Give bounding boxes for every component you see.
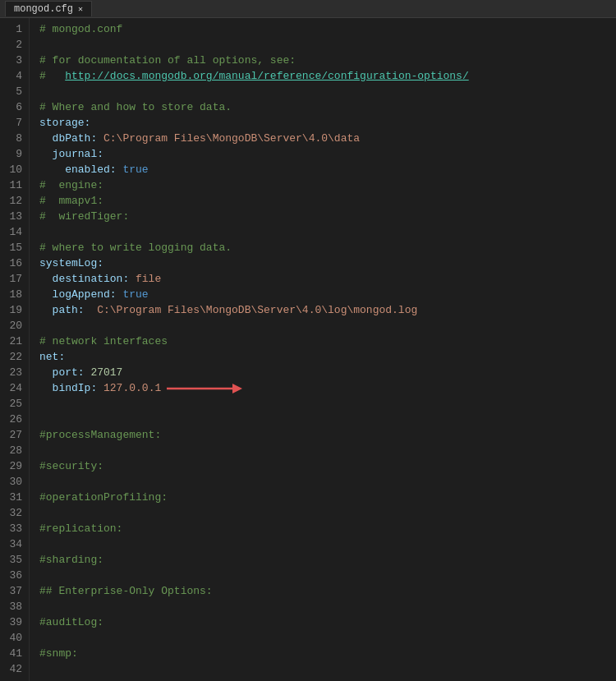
- title-bar: mongod.cfg ✕: [0, 0, 616, 18]
- line-number: 22: [3, 349, 22, 365]
- code-line: [39, 599, 616, 614]
- key-text: storage:: [39, 115, 90, 131]
- line-number: 5: [3, 84, 22, 99]
- line-number: 30: [3, 474, 22, 490]
- line-number: 21: [3, 334, 22, 349]
- line-number: 26: [3, 412, 22, 427]
- key-text: destination:: [39, 271, 129, 287]
- value-bool-text: true: [117, 162, 149, 177]
- code-line: #snmp:: [39, 646, 616, 661]
- key-text: journal:: [39, 146, 103, 162]
- value-text: C:\Program Files\MongoDB\Server\4.0\data: [97, 131, 360, 146]
- line-number: 8: [3, 131, 22, 146]
- line-number: 25: [3, 396, 22, 412]
- line-number: 31: [3, 490, 22, 505]
- key-text: port:: [39, 365, 85, 380]
- line-number: 37: [3, 583, 22, 599]
- comment-text: # engine:: [39, 177, 103, 193]
- code-line: #auditLog:: [39, 614, 616, 630]
- line-number: 23: [3, 365, 22, 380]
- code-line: [39, 37, 616, 53]
- code-line: [39, 568, 616, 583]
- line-number: 35: [3, 552, 22, 568]
- comment-text: #: [39, 68, 65, 84]
- comment-text: #auditLog:: [39, 614, 103, 630]
- line-number: 36: [3, 568, 22, 583]
- code-line: #processManagement:: [39, 427, 616, 443]
- line-number: 34: [3, 536, 22, 552]
- code-line: # mongod.conf: [39, 21, 616, 37]
- code-line: [39, 630, 616, 646]
- line-number: 18: [3, 287, 22, 302]
- comment-text: #security:: [39, 458, 103, 474]
- code-line: #operationProfiling:: [39, 490, 616, 505]
- key-text: net:: [39, 349, 65, 365]
- code-line: ## Enterprise-Only Options:: [39, 583, 616, 599]
- tab-mongod-cfg[interactable]: mongod.cfg ✕: [5, 1, 92, 16]
- line-number: 28: [3, 443, 22, 458]
- line-number: 42: [3, 661, 22, 677]
- line-number: 15: [3, 240, 22, 255]
- code-line: port: 27017: [39, 365, 616, 380]
- line-number: 29: [3, 458, 22, 474]
- code-line: # for documentation of all options, see:: [39, 53, 616, 68]
- code-line: [39, 224, 616, 240]
- comment-text: # wiredTiger:: [39, 209, 129, 224]
- code-line: #replication:: [39, 521, 616, 536]
- comment-text: # for documentation of all options, see:: [39, 53, 296, 68]
- key-text: systemLog:: [39, 255, 103, 271]
- code-line: [39, 661, 616, 677]
- line-number: 27: [3, 427, 22, 443]
- code-line: [39, 536, 616, 552]
- tab-close-icon[interactable]: ✕: [78, 4, 83, 14]
- code-line: storage:: [39, 115, 616, 131]
- code-line: #sharding:: [39, 552, 616, 568]
- line-number: 14: [3, 224, 22, 240]
- code-line: [39, 396, 616, 412]
- comment-text: # Where and how to store data.: [39, 99, 232, 115]
- line-number: 1: [3, 21, 22, 37]
- key-text: dbPath:: [39, 131, 97, 146]
- code-line: # engine:: [39, 177, 616, 193]
- comment-text: #operationProfiling:: [39, 490, 168, 505]
- code-line: journal:: [39, 146, 616, 162]
- code-line: [39, 412, 616, 427]
- line-number: 17: [3, 271, 22, 287]
- line-number: 10: [3, 162, 22, 177]
- code-line: bindIp: 127.0.0.1: [39, 380, 616, 396]
- line-number: 38: [3, 599, 22, 614]
- tab-label: mongod.cfg: [14, 3, 73, 15]
- code-line: logAppend: true: [39, 287, 616, 302]
- line-number: 12: [3, 193, 22, 209]
- comment-text: # mmapv1:: [39, 193, 103, 209]
- value-text: 127.0.0.1: [97, 380, 161, 396]
- code-line: [39, 318, 616, 334]
- line-number: 3: [3, 53, 22, 68]
- code-line: # network interfaces: [39, 334, 616, 349]
- code-line: #security:: [39, 458, 616, 474]
- code-line: [39, 474, 616, 490]
- value-text: C:\Program Files\MongoDB\Server\4.0\log\…: [85, 302, 418, 318]
- arrow-annotation: [167, 380, 257, 397]
- value-text: file: [129, 271, 161, 287]
- svg-marker-1: [232, 384, 242, 393]
- line-numbers: 1234567891011121314151617181920212223242…: [0, 18, 30, 681]
- code-line: [39, 84, 616, 99]
- code-line: # mmapv1:: [39, 193, 616, 209]
- key-text: enabled:: [39, 162, 117, 177]
- link-text[interactable]: http://docs.mongodb.org/manual/reference…: [65, 68, 468, 84]
- value-bool-text: true: [117, 287, 149, 302]
- line-number: 2: [3, 37, 22, 53]
- code-line: systemLog:: [39, 255, 616, 271]
- code-line: # where to write logging data.: [39, 240, 616, 255]
- key-text: path:: [39, 302, 85, 318]
- code-line: # http://docs.mongodb.org/manual/referen…: [39, 68, 616, 84]
- line-number: 33: [3, 521, 22, 536]
- key-text: bindIp:: [39, 380, 97, 396]
- line-number: 19: [3, 302, 22, 318]
- code-line: net:: [39, 349, 616, 365]
- code-line: enabled: true: [39, 162, 616, 177]
- code-line: [39, 505, 616, 521]
- comment-text: #processManagement:: [39, 427, 161, 443]
- code-content[interactable]: # mongod.conf # for documentation of all…: [30, 18, 616, 681]
